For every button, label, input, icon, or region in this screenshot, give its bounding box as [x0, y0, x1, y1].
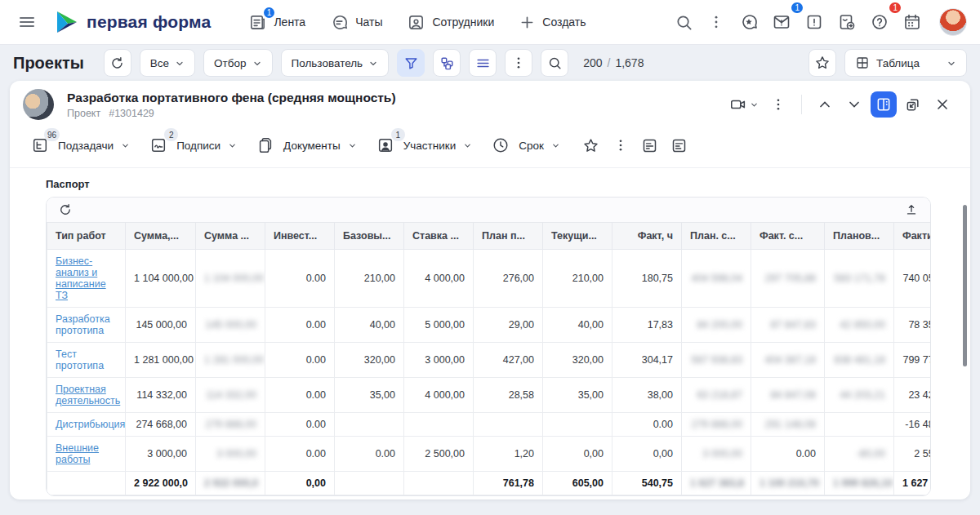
- table-cell: 3 000,00: [404, 343, 474, 378]
- user-avatar[interactable]: [939, 8, 967, 36]
- column-header[interactable]: Ставка ...: [404, 223, 474, 250]
- work-type-link[interactable]: Бизнес-анализ и написание ТЗ: [56, 255, 106, 301]
- summary-panel-icon[interactable]: [666, 132, 693, 158]
- column-header[interactable]: Факт, ч: [612, 223, 682, 250]
- tabs-more-button[interactable]: [608, 132, 634, 158]
- delegation-icon[interactable]: [833, 8, 861, 36]
- table-refresh-button[interactable]: [58, 202, 73, 217]
- search-icon[interactable]: [670, 8, 697, 36]
- close-icon: [934, 96, 951, 113]
- favorite-task-button[interactable]: [578, 132, 604, 158]
- table-cell: 210,00: [543, 250, 612, 308]
- favorite-view-button[interactable]: [808, 49, 836, 77]
- refresh-button[interactable]: [104, 49, 131, 77]
- work-type-cell: Дистрибьюция: [47, 413, 126, 437]
- signatures-badge: 2: [164, 128, 178, 141]
- video-call-button[interactable]: [726, 91, 762, 118]
- notes-panel-icon[interactable]: [637, 132, 663, 158]
- tab-subtasks[interactable]: 96 Подзадачи: [23, 131, 138, 159]
- star-icon: [814, 55, 831, 71]
- column-header[interactable]: Факт. с...: [751, 223, 825, 250]
- project-avatar[interactable]: [23, 89, 54, 120]
- table-cell: 540,75: [612, 472, 682, 495]
- work-type-link[interactable]: Проектная деятельность: [56, 384, 120, 406]
- hierarchy-view-button[interactable]: [433, 49, 461, 77]
- table-total-row: 2 922 000,02 922 000,00,00761,78605,0054…: [47, 472, 932, 495]
- table-cell: 276,00: [474, 250, 543, 308]
- table-export-button[interactable]: [904, 202, 919, 217]
- column-header[interactable]: Фактич...: [894, 223, 932, 250]
- close-card-button[interactable]: [929, 91, 956, 118]
- column-header[interactable]: Базовы...: [335, 223, 404, 250]
- tab-members[interactable]: 1 Участники: [368, 131, 481, 159]
- table-cell: 1 104 000,00: [126, 250, 196, 308]
- table-cell: 799 772,82: [894, 343, 932, 378]
- filter-all-dropdown[interactable]: Все: [140, 49, 195, 77]
- work-type-link[interactable]: Разработка прототипа: [56, 313, 110, 336]
- table-cell: 279 888,00: [682, 413, 751, 437]
- column-header[interactable]: Планов...: [825, 223, 894, 250]
- table-cell: 740 054,12: [894, 250, 932, 308]
- column-header[interactable]: Сумма ...: [196, 223, 265, 250]
- table-row: Проектная деятельность114 332,00114 332,…: [47, 378, 932, 413]
- table-cell: [335, 472, 404, 495]
- plus-icon: [519, 14, 536, 31]
- more-options-button[interactable]: [505, 49, 532, 77]
- tasks-alert-icon[interactable]: [800, 8, 828, 36]
- table-cell: 0.00: [612, 413, 682, 437]
- work-type-cell: Разработка прототипа: [47, 308, 126, 343]
- prev-task-button[interactable]: [812, 91, 838, 118]
- app-logo[interactable]: первая форма: [54, 10, 211, 34]
- search-list-button[interactable]: [541, 49, 568, 77]
- list-view-button[interactable]: [469, 49, 497, 77]
- work-type-link[interactable]: Дистрибьюция: [56, 419, 125, 430]
- side-panel-toggle-active[interactable]: [871, 91, 897, 118]
- table-cell: 210,00: [335, 250, 404, 308]
- filter-funnel-button[interactable]: [397, 49, 425, 77]
- tab-documents[interactable]: Документы: [248, 131, 365, 159]
- column-header[interactable]: План. с...: [682, 223, 751, 250]
- table-cell: 404 387,18: [751, 343, 825, 378]
- task-card-panel: Разработка портативного фена (средняя мо…: [10, 81, 970, 499]
- filter-user-dropdown[interactable]: Пользователь: [281, 49, 390, 77]
- table-cell: 3 000,00: [196, 437, 265, 472]
- column-header[interactable]: Текущи...: [543, 223, 612, 250]
- column-header[interactable]: Тип работ: [47, 223, 126, 250]
- card-more-button[interactable]: [765, 91, 791, 118]
- panel-scrollbar[interactable]: [963, 205, 967, 366]
- column-header[interactable]: Сумма,...: [126, 223, 196, 250]
- table-cell: 4 000,00: [404, 378, 474, 413]
- task-id[interactable]: #1301429: [109, 108, 154, 119]
- open-in-window-button[interactable]: [900, 91, 926, 118]
- employees-icon: [407, 13, 425, 32]
- work-type-cell: Тест прототипа: [47, 343, 126, 378]
- tab-signatures[interactable]: 2 Подписи: [141, 131, 245, 159]
- hamburger-menu-icon[interactable]: [15, 10, 39, 34]
- calendar-icon[interactable]: [898, 8, 926, 36]
- layout-panel-icon: [875, 96, 892, 113]
- mail-alert-icon[interactable]: 1: [768, 8, 795, 36]
- nav-employees[interactable]: Сотрудники: [399, 8, 502, 37]
- column-header[interactable]: План п...: [474, 223, 543, 250]
- view-mode-dropdown[interactable]: Таблица: [844, 49, 967, 77]
- passport-table: Тип работСумма,...Сумма ...Инвест...Базо…: [47, 222, 931, 495]
- help-icon[interactable]: 1: [866, 8, 893, 36]
- nav-create[interactable]: Создать: [510, 9, 594, 36]
- work-type-link[interactable]: Тест прототипа: [56, 349, 104, 371]
- work-type-link[interactable]: Внешние работы: [56, 442, 99, 465]
- nav-feed[interactable]: 1 Лента: [240, 8, 314, 37]
- starred-chats-icon[interactable]: [735, 8, 763, 36]
- table-cell: 42 850,00: [825, 308, 894, 343]
- kebab-menu-icon[interactable]: [702, 8, 730, 36]
- tab-deadline[interactable]: Срок: [483, 131, 568, 159]
- table-cell: 1 999 826,10: [825, 472, 894, 495]
- nav-chats[interactable]: Чаты: [322, 8, 390, 37]
- logo-play-icon: [54, 10, 80, 34]
- members-icon: 1: [376, 136, 394, 154]
- table-cell: 63 218,87: [682, 378, 751, 413]
- table-cell: 5 000,00: [404, 308, 474, 343]
- column-header[interactable]: Инвест...: [265, 223, 335, 250]
- filter-select-dropdown[interactable]: Отбор: [203, 49, 272, 77]
- next-task-button[interactable]: [841, 91, 867, 118]
- table-row: Бизнес-анализ и написание ТЗ1 104 000,00…: [47, 250, 932, 308]
